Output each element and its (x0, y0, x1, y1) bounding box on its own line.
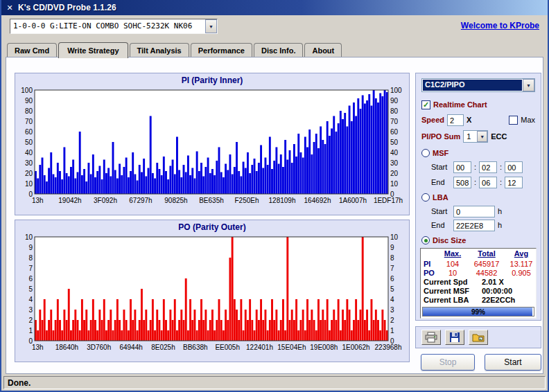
po-chart-title: PO (Parity Outer) (15, 220, 409, 232)
max-checkbox[interactable]: ✓ (509, 116, 518, 125)
msf-end-label: End (431, 178, 451, 186)
svg-text:F250Eh: F250Eh (234, 197, 259, 204)
floppy-disk-icon (449, 332, 460, 343)
pi-max-value: 104 (439, 260, 467, 269)
pi-avg-value: 13.117 (507, 260, 536, 269)
export-image-button[interactable] (469, 330, 488, 345)
po-max-value: 10 (439, 269, 467, 278)
pi-chart-panel: PI (Parity Inner) 0010102020303040405050… (15, 73, 410, 215)
tools-box (415, 326, 541, 348)
svg-text:20: 20 (390, 170, 399, 177)
svg-text:EE005h: EE005h (215, 344, 240, 351)
mode-select-row: C1C2/PIPO ▼ (421, 79, 535, 91)
welcome-link[interactable]: Welcome to KProbe (461, 21, 539, 30)
lba-start-input[interactable]: 0 (453, 206, 495, 217)
po-total-value: 44582 (467, 269, 507, 278)
pi-row-label: PI (422, 260, 439, 269)
realtime-chart-label: Realtime Chart (433, 100, 487, 109)
svg-text:70: 70 (390, 118, 399, 125)
svg-text:18640h: 18640h (55, 344, 78, 351)
svg-text:2: 2 (28, 317, 33, 324)
msf-start-row: Start 00 : 02 : 00 (431, 161, 535, 173)
svg-text:80: 80 (25, 107, 33, 115)
print-button[interactable] (421, 330, 441, 345)
msf-start-frame-input[interactable]: 00 (505, 161, 523, 173)
tab-tilt-analysis[interactable]: Tilt Analysis (130, 43, 189, 57)
svg-text:8: 8 (28, 254, 33, 262)
stats-header-avg: Avg (507, 249, 536, 260)
stats-header-total: Total (467, 249, 507, 260)
drive-select-arrow-button[interactable]: ▼ (205, 19, 217, 33)
disc-size-radio[interactable] (421, 236, 430, 244)
po-avg-value: 0.905 (507, 269, 536, 278)
svg-text:7: 7 (390, 265, 394, 272)
pipo-sum-label: PI/PO Sum (421, 132, 460, 141)
svg-text:80: 80 (390, 107, 399, 115)
msf-end-frame-input[interactable]: 12 (505, 177, 523, 188)
printer-icon (425, 332, 437, 343)
msf-end-sec-input[interactable]: 06 (479, 177, 497, 188)
check-icon: ✓ (423, 101, 429, 109)
svg-text:223968h: 223968h (375, 344, 402, 351)
svg-text:3: 3 (390, 306, 394, 314)
speed-row: Speed 2 X ✓ Max (421, 114, 535, 126)
mode-select-arrow-button[interactable]: ▼ (523, 79, 534, 91)
msf-start-sec-input[interactable]: 02 (479, 161, 497, 173)
title-bar[interactable]: ✕ K's CD/DVD Probe 1.1.26 (1, 0, 548, 15)
current-lba-value: 22E2CCh (482, 296, 515, 305)
svg-text:164692h: 164692h (304, 197, 331, 204)
drive-select[interactable]: 1-0-0-0 G:LITE-ON COMBO SOHC-5232K NK06 … (10, 19, 218, 34)
svg-text:1E0062h: 1E0062h (342, 344, 370, 351)
lba-end-unit: h (498, 221, 502, 229)
svg-text:15E04Eh: 15E04Eh (277, 344, 306, 351)
svg-text:8: 8 (390, 254, 394, 262)
tab-write-strategy[interactable]: Write Strategy (58, 42, 128, 58)
chevron-down-icon: ▼ (526, 83, 531, 88)
pi-chart-title: PI (Parity Inner) (15, 73, 409, 85)
msf-end-min-input[interactable]: 508 (453, 177, 471, 188)
svg-text:50: 50 (390, 139, 399, 146)
msf-radio-row: MSF (421, 147, 535, 159)
tab-about[interactable]: About (304, 43, 342, 57)
chevron-down-icon: ▼ (209, 24, 214, 29)
realtime-chart-checkbox[interactable]: ✓ (421, 100, 430, 109)
tab-performance[interactable]: Performance (191, 43, 252, 57)
svg-text:30: 30 (390, 159, 399, 167)
current-spd-value: 2.01 X (482, 278, 504, 287)
svg-text:7: 7 (28, 265, 33, 272)
save-button[interactable] (445, 330, 464, 345)
app-icon[interactable]: ✕ (4, 2, 15, 13)
svg-text:20: 20 (25, 170, 33, 177)
pipo-sum-arrow-button[interactable]: ▼ (477, 131, 487, 142)
radio-dot-icon (424, 239, 428, 242)
lba-radio[interactable] (421, 193, 430, 202)
svg-text:13h: 13h (32, 197, 44, 204)
speed-unit-label: X (467, 116, 471, 124)
stop-button[interactable]: Stop (421, 354, 475, 371)
stats-header-empty (422, 249, 439, 260)
svg-text:6: 6 (28, 275, 33, 283)
msf-separator: : (500, 163, 502, 171)
lba-end-input[interactable]: 22E2E8 (453, 220, 495, 231)
svg-text:100: 100 (390, 87, 402, 94)
svg-text:1EDF17h: 1EDF17h (374, 197, 403, 204)
svg-text:4: 4 (28, 296, 33, 303)
tab-raw-cmd[interactable]: Raw Cmd (7, 43, 57, 57)
disc-size-radio-row: Disc Size (421, 234, 535, 247)
toolbar: 1-0-0-0 G:LITE-ON COMBO SOHC-5232K NK06 … (1, 15, 548, 37)
svg-text:122401h: 122401h (246, 344, 273, 351)
speed-input[interactable]: 2 (447, 114, 464, 126)
ecc-label: ECC (491, 132, 507, 141)
msf-radio[interactable] (421, 149, 430, 157)
svg-text:10: 10 (25, 180, 33, 188)
start-button[interactable]: Start (485, 354, 541, 371)
tab-strip: Raw Cmd Write Strategy Tilt Analysis Per… (1, 37, 548, 57)
pipo-sum-select[interactable]: 1 ▼ (463, 130, 488, 143)
svg-text:5: 5 (390, 285, 394, 293)
mode-select[interactable]: C1C2/PIPO ▼ (421, 78, 535, 92)
msf-start-label: Start (431, 163, 451, 171)
svg-text:19E008h: 19E008h (310, 344, 338, 351)
svg-text:60: 60 (25, 128, 33, 136)
tab-disc-info[interactable]: Disc Info. (254, 43, 304, 57)
msf-start-min-input[interactable]: 00 (453, 161, 471, 173)
